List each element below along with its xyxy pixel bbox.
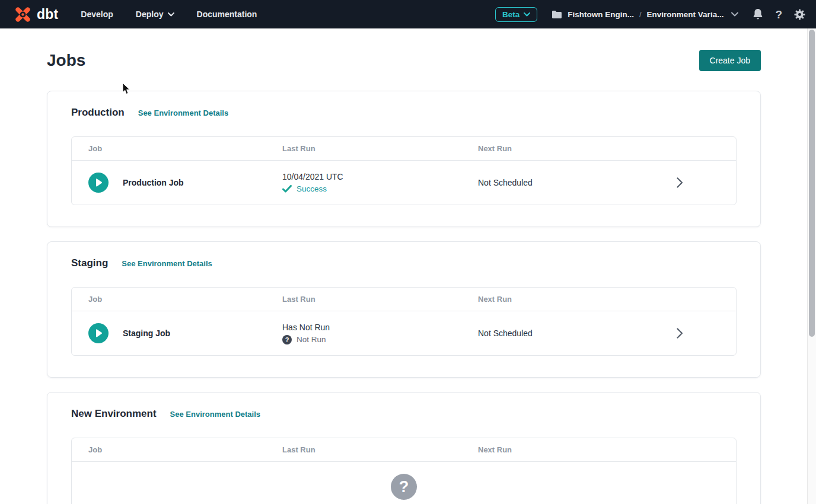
main-content: Jobs Create Job Production See Environme… [47, 50, 761, 504]
table-header-row: Job Last Run Next Run [72, 288, 736, 311]
column-header-last-run: Last Run [282, 144, 478, 153]
environment-card-staging: Staging See Environment Details Job Last… [47, 241, 761, 378]
job-name: Production Job [123, 178, 184, 187]
last-run-date: Has Not Run [282, 323, 478, 332]
environment-card-production: Production See Environment Details Job L… [47, 91, 761, 227]
question-mark-circle-icon: ? [282, 335, 292, 344]
dbt-logo[interactable]: dbt [13, 5, 58, 24]
run-job-play-button[interactable] [88, 323, 109, 343]
next-run-value: Not Scheduled [478, 328, 623, 338]
next-run-value: Not Scheduled [478, 178, 623, 187]
column-header-next-run: Next Run [478, 144, 623, 153]
create-job-button[interactable]: Create Job [699, 50, 761, 71]
environment-title: Production [71, 107, 125, 119]
breadcrumb[interactable]: Fishtown Engin... / Environment Varia... [552, 10, 738, 19]
status-badge[interactable]: Success [297, 184, 327, 193]
check-icon [282, 185, 292, 193]
chevron-down-icon[interactable] [731, 12, 738, 17]
jobs-table: Job Last Run Next Run Production Job 10/… [71, 136, 737, 205]
column-header-job: Job [72, 295, 282, 304]
top-navigation: Develop Deploy Documentation [81, 9, 257, 19]
chevron-right-icon[interactable] [623, 328, 736, 339]
table-header-row: Job Last Run Next Run [72, 137, 736, 161]
column-header-last-run: Last Run [282, 445, 478, 454]
environment-card-new-environment: New Environment See Environment Details … [47, 392, 761, 504]
jobs-table: Job Last Run Next Run ? [71, 438, 737, 504]
folder-icon [552, 10, 562, 19]
nav-develop[interactable]: Develop [81, 9, 113, 19]
help-icon[interactable]: ? [775, 9, 782, 20]
chevron-right-icon[interactable] [623, 177, 736, 188]
nav-documentation[interactable]: Documentation [197, 9, 257, 19]
job-name: Staging Job [123, 328, 170, 338]
breadcrumb-separator: / [639, 10, 642, 19]
beta-dropdown[interactable]: Beta [495, 7, 537, 22]
nav-deploy[interactable]: Deploy [136, 9, 174, 19]
breadcrumb-project[interactable]: Fishtown Engin... [568, 10, 634, 19]
table-header-row: Job Last Run Next Run [72, 438, 736, 462]
beta-label: Beta [502, 10, 519, 19]
environment-title: Staging [71, 257, 108, 269]
column-header-next-run: Next Run [478, 295, 623, 304]
see-environment-details-link[interactable]: See Environment Details [170, 410, 260, 419]
nav-deploy-label: Deploy [136, 9, 164, 19]
breadcrumb-page[interactable]: Environment Varia... [647, 10, 724, 19]
job-row[interactable]: Staging Job Has Not Run ? Not Run Not Sc… [72, 311, 736, 355]
chevron-down-icon [168, 12, 174, 17]
scrollbar-track[interactable] [807, 28, 816, 504]
empty-state: ? [72, 462, 736, 504]
topbar: dbt Develop Deploy Documentation Beta Fi… [0, 0, 816, 28]
column-header-job: Job [72, 445, 282, 454]
brand-text: dbt [37, 7, 58, 23]
column-header-job: Job [72, 144, 282, 153]
scrollbar-thumb[interactable] [809, 30, 815, 337]
column-header-last-run: Last Run [282, 295, 478, 304]
job-row[interactable]: Production Job 10/04/2021 UTC Success No… [72, 161, 736, 205]
see-environment-details-link[interactable]: See Environment Details [122, 259, 212, 268]
run-job-play-button[interactable] [88, 173, 109, 193]
gear-icon[interactable] [794, 9, 805, 20]
dbt-logo-icon [13, 5, 33, 24]
status-badge: Not Run [297, 335, 326, 344]
last-run-date: 10/04/2021 UTC [282, 172, 478, 181]
environment-title: New Environment [71, 408, 157, 420]
bell-icon[interactable] [753, 8, 763, 20]
see-environment-details-link[interactable]: See Environment Details [138, 109, 228, 117]
page-title: Jobs [47, 51, 85, 70]
question-mark-circle-icon: ? [391, 474, 417, 500]
jobs-table: Job Last Run Next Run Staging Job Has No… [71, 287, 737, 356]
column-header-next-run: Next Run [478, 445, 623, 454]
chevron-down-icon [524, 12, 530, 17]
